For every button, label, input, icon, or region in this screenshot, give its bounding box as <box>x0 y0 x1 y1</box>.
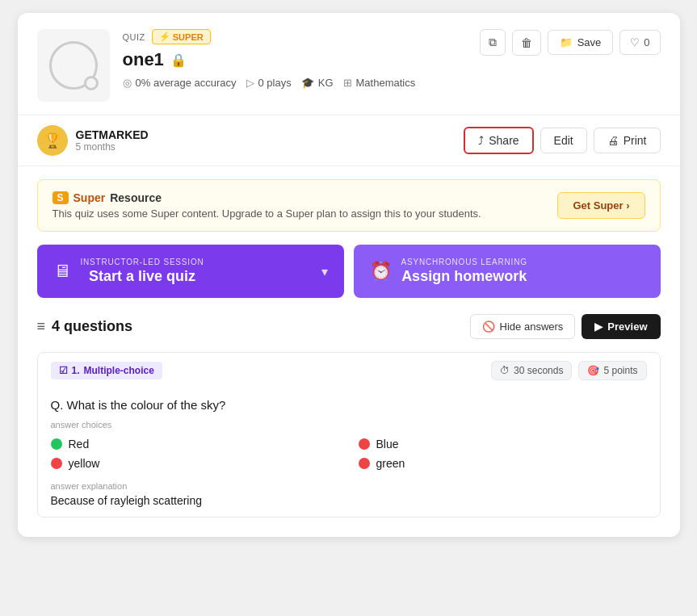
copy-icon: ⧉ <box>489 36 497 49</box>
answer-item-yellow: yellow <box>51 457 339 470</box>
printer-icon: 🖨 <box>607 134 619 147</box>
points-label: 5 points <box>603 365 637 376</box>
edit-label: Edit <box>554 134 573 147</box>
answer-text-red: Red <box>69 438 90 450</box>
save-button[interactable]: 📁 Save <box>548 30 614 55</box>
subject-meta: ⊞ Mathematics <box>343 77 416 89</box>
super-banner-left: S Super Resource This quiz uses some Sup… <box>52 191 481 220</box>
author-actions: ⤴ Share Edit 🖨 Print <box>464 127 660 154</box>
plays-label: 0 plays <box>258 77 292 89</box>
share-icon: ⤴ <box>478 134 484 147</box>
save-label: Save <box>577 36 602 48</box>
answer-item-red: Red <box>51 438 339 450</box>
accuracy-meta: ◎ 0% average accuracy <box>123 77 237 89</box>
answer-text-green: green <box>376 457 405 470</box>
grade-label: KG <box>318 77 334 89</box>
delete-icon: 🗑 <box>521 36 532 49</box>
questions-count-label: 4 questions <box>52 318 132 335</box>
author-details: GETMARKED 5 months <box>76 128 149 153</box>
main-container: QUIZ ⚡ SUPER one1 🔒 ◎ 0% average accurac… <box>18 13 680 537</box>
checkbox-icon: ☑ <box>59 365 68 376</box>
question-content: What is the colour of the sky? <box>67 398 226 412</box>
plays-icon: ▷ <box>246 77 254 89</box>
print-label: Print <box>624 134 647 147</box>
live-session-label: INSTRUCTOR-LED SESSION <box>81 258 204 266</box>
author-time: 5 months <box>76 141 149 153</box>
live-quiz-btn-left: 🖥 INSTRUCTOR-LED SESSION Start a live qu… <box>53 258 204 285</box>
get-super-label: Get Super › <box>573 199 629 212</box>
answer-explanation: Because of rayleigh scattering <box>51 494 647 507</box>
super-text: Super <box>73 191 106 204</box>
live-quiz-button[interactable]: 🖥 INSTRUCTOR-LED SESSION Start a live qu… <box>37 245 344 298</box>
live-session-icon: 🖥 <box>53 261 71 282</box>
super-icon: S <box>52 191 69 204</box>
grade-icon: 🎓 <box>301 77 314 89</box>
questions-header: ≡ 4 questions 🚫 Hide answers ▶ Preview <box>37 314 661 339</box>
question-text-1: Q. What is the colour of the sky? <box>51 398 647 412</box>
homework-btn-inner: ⏰ ASYNCHRONOUS LEARNING Assign homework <box>370 258 527 285</box>
heart-button[interactable]: ♡ 0 <box>619 30 660 55</box>
answer-dot-green <box>359 458 370 469</box>
time-label: 30 seconds <box>514 365 563 376</box>
quiz-header-actions: ⧉ 🗑 📁 Save ♡ 0 <box>480 29 661 56</box>
author-name: GETMARKED <box>76 128 149 141</box>
quiz-badge: QUIZ <box>123 32 145 42</box>
preview-button[interactable]: ▶ Preview <box>582 314 660 339</box>
quiz-thumbnail-icon <box>49 41 98 90</box>
question-type-badge: ☑ 1. Multiple-choice <box>51 362 162 379</box>
questions-section: ≡ 4 questions 🚫 Hide answers ▶ Preview ☑… <box>18 314 680 537</box>
live-session-title: Start a live quiz <box>81 268 204 285</box>
question-prefix: Q. <box>51 398 64 412</box>
points-badge: 🎯 5 points <box>578 361 646 380</box>
homework-button[interactable]: ⏰ ASYNCHRONOUS LEARNING Assign homework <box>354 245 661 298</box>
answer-text-yellow: yellow <box>69 457 100 470</box>
question-number: 1. <box>72 365 80 376</box>
homework-session-title: Assign homework <box>401 268 527 285</box>
heart-icon: ♡ <box>630 36 640 48</box>
share-button[interactable]: ⤴ Share <box>464 127 533 154</box>
answer-choices-label: answer choices <box>51 420 647 430</box>
plays-meta: ▷ 0 plays <box>246 77 292 89</box>
author-info: 🏆 GETMARKED 5 months <box>37 125 149 156</box>
time-badge: ⏱ 30 seconds <box>491 361 572 380</box>
answer-dot-blue <box>359 438 370 450</box>
answer-item-green: green <box>359 457 647 470</box>
live-session-text: INSTRUCTOR-LED SESSION Start a live quiz <box>81 258 204 285</box>
question-body-1: Q. What is the colour of the sky? answer… <box>38 388 660 517</box>
quiz-header: QUIZ ⚡ SUPER one1 🔒 ◎ 0% average accurac… <box>18 13 680 115</box>
subject-icon: ⊞ <box>343 77 352 89</box>
answer-dot-red <box>51 438 62 450</box>
edit-button[interactable]: Edit <box>540 128 587 153</box>
play-icon: ▶ <box>594 321 603 333</box>
question-card-1-header: ☑ 1. Multiple-choice ⏱ 30 seconds 🎯 5 po… <box>38 353 660 388</box>
target-icon: 🎯 <box>587 365 599 376</box>
questions-tools: 🚫 Hide answers ▶ Preview <box>470 314 661 339</box>
heart-count: 0 <box>644 36 649 48</box>
print-button[interactable]: 🖨 Print <box>594 128 661 153</box>
super-badge-label: SUPER <box>173 32 204 42</box>
super-banner: S Super Resource This quiz uses some Sup… <box>37 179 661 232</box>
quiz-title-text: one1 <box>123 49 164 70</box>
quiz-meta: ◎ 0% average accuracy ▷ 0 plays 🎓 KG ⊞ M… <box>123 77 661 89</box>
get-super-button[interactable]: Get Super › <box>557 192 645 219</box>
copy-button[interactable]: ⧉ <box>480 29 506 56</box>
questions-count-icon: ≡ <box>37 318 46 335</box>
bolt-icon: ⚡ <box>159 31 170 42</box>
dropdown-arrow-icon: ▾ <box>321 264 328 279</box>
super-banner-title: S Super Resource <box>52 191 481 204</box>
homework-session-icon: ⏰ <box>370 261 392 282</box>
super-badge: ⚡ SUPER <box>152 29 211 44</box>
homework-session-text: ASYNCHRONOUS LEARNING Assign homework <box>401 258 527 285</box>
share-label: Share <box>489 134 519 147</box>
accuracy-icon: ◎ <box>123 77 132 89</box>
session-row: 🖥 INSTRUCTOR-LED SESSION Start a live qu… <box>18 245 680 314</box>
delete-button[interactable]: 🗑 <box>512 30 541 56</box>
avatar-emoji: 🏆 <box>44 132 61 149</box>
answer-item-blue: Blue <box>359 438 647 450</box>
eye-slash-icon: 🚫 <box>482 321 495 333</box>
super-banner-desc: This quiz uses some Super content. Upgra… <box>52 207 481 220</box>
hide-answers-label: Hide answers <box>500 321 564 333</box>
author-avatar: 🏆 <box>37 125 68 156</box>
hide-answers-button[interactable]: 🚫 Hide answers <box>470 314 576 339</box>
question-type-label: Multiple-choice <box>84 365 154 376</box>
